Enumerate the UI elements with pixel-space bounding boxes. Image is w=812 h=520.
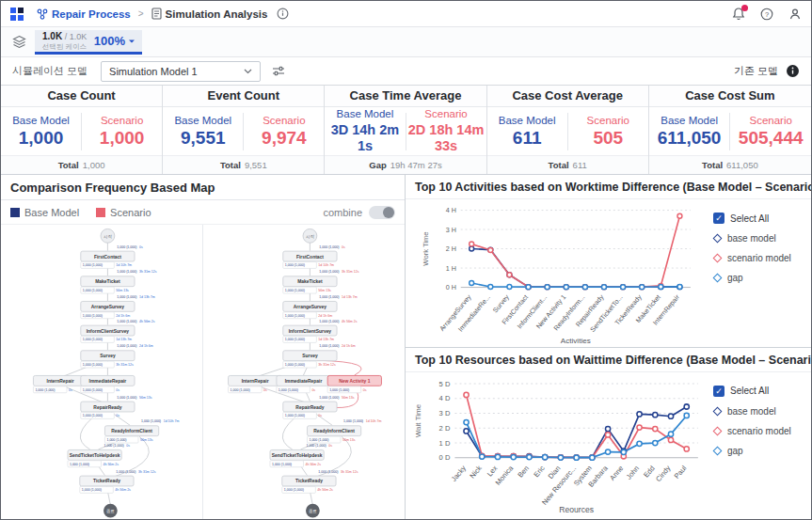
map-node-RepairReady[interactable]: RepairReady1,000 (1,000)0s	[283, 402, 337, 418]
legend-base-model[interactable]: base model	[713, 233, 809, 244]
map-node-MakeTicket[interactable]: MakeTicket1,000 (1,000)56m 13s	[283, 276, 337, 293]
map-node-ArrangeSurvey[interactable]: ArrangeSurvey1,000 (1,000)2d 1h 6m	[283, 301, 337, 318]
top-bar: Repair Process > Simulation Analysis ?	[1, 1, 811, 27]
breadcrumb-process[interactable]: Repair Process	[37, 8, 131, 20]
map-node-ImmediateRepair[interactable]: ImmediateRepair1,000 (1,000)0s	[277, 375, 330, 392]
data-point[interactable]	[668, 414, 673, 418]
profile-icon[interactable]	[788, 8, 802, 21]
data-point[interactable]	[653, 426, 658, 431]
map-node-ArrangeSurvey[interactable]: ArrangeSurvey1,000 (1,000)2d 1h 6m	[81, 301, 135, 318]
help-icon[interactable]: ?	[760, 8, 773, 21]
data-point[interactable]	[470, 242, 474, 246]
data-point[interactable]	[668, 432, 673, 436]
scenario-label: Scenario	[570, 115, 646, 126]
data-point[interactable]	[605, 449, 610, 453]
legend-select-all[interactable]: ✓Select All	[713, 213, 809, 224]
data-point[interactable]	[621, 449, 626, 454]
legend-gap[interactable]: gap	[713, 273, 809, 283]
map-node-Survey[interactable]: Survey1,000 (1,000)3h 31m 12s	[81, 351, 135, 368]
data-point[interactable]	[684, 446, 689, 450]
legend-scenario-model[interactable]: scenario model	[713, 426, 809, 436]
map-start-label: 시작	[103, 234, 112, 239]
base-model-process-map[interactable]: FirstContact1,000 (1,000)1d 10h 7mMakeTi…	[1, 225, 202, 519]
data-point[interactable]	[621, 285, 626, 290]
legend-select-all[interactable]: ✓Select All	[713, 386, 809, 397]
data-point[interactable]	[637, 441, 642, 446]
map-node-InternRepair[interactable]: InternRepair1,000 (1,000)0s	[229, 375, 282, 392]
data-point[interactable]	[470, 246, 474, 251]
legend-base-model[interactable]: base model	[713, 406, 809, 417]
map-node-MakeTicket[interactable]: MakeTicket1,000 (1,000)56m 13s	[81, 276, 135, 293]
map-node-ReadyInformClient[interactable]: ReadyInformClient1,000 (1,000)56m 13s	[104, 426, 158, 443]
map-node-RepairReady[interactable]: RepairReady1,000 (1,000)0s	[81, 402, 135, 418]
map-node-FirstContact[interactable]: FirstContact1,000 (1,000)1d 10h 7m	[283, 251, 337, 268]
data-point[interactable]	[488, 248, 493, 253]
worktime-chart-legend: ✓Select Allbase modelscenario modelgap	[713, 201, 809, 347]
data-point[interactable]	[558, 454, 563, 459]
data-point[interactable]	[605, 426, 610, 431]
model-settings-icon[interactable]	[272, 65, 285, 77]
data-point[interactable]	[601, 285, 606, 290]
data-point[interactable]	[495, 454, 500, 459]
app-grid-icon[interactable]	[10, 8, 24, 21]
map-node-Survey[interactable]: Survey1,000 (1,000)3h 31m 12s	[283, 351, 337, 368]
base-model-info-icon[interactable]	[786, 64, 800, 78]
data-point[interactable]	[470, 281, 474, 286]
scenario-process-map[interactable]: FirstContact1,000 (1,000)1d 10h 7mMakeTi…	[202, 225, 405, 519]
legend-gap[interactable]: gap	[713, 446, 809, 456]
data-point[interactable]	[526, 285, 531, 290]
data-point[interactable]	[653, 440, 658, 445]
layers-icon[interactable]	[12, 35, 26, 49]
data-point[interactable]	[677, 284, 682, 289]
combine-toggle[interactable]	[369, 206, 395, 219]
data-point[interactable]	[464, 392, 469, 397]
data-point[interactable]	[464, 419, 469, 424]
data-point[interactable]	[564, 285, 568, 290]
data-point[interactable]	[507, 273, 512, 277]
data-point[interactable]	[574, 455, 579, 460]
map-node-InformClientSurvey[interactable]: InformClientSurvey1,000 (1,000)1d 13h 7m	[81, 325, 135, 342]
waittime-line-chart[interactable]: 0 D1 D2 D3 D4 D5 DWait TimeJackyNickLexM…	[411, 374, 713, 520]
data-point[interactable]	[511, 454, 516, 459]
data-point[interactable]	[677, 213, 682, 218]
map-node-TicketReady[interactable]: TicketReady1,000 (1,000)4h 56m 2s	[80, 476, 134, 493]
simulation-model-select[interactable]: Simulation Model 1	[101, 61, 261, 82]
data-point[interactable]	[464, 428, 469, 433]
svg-text:RepairReady: RepairReady	[93, 405, 121, 410]
data-point[interactable]	[507, 284, 512, 289]
data-point[interactable]	[543, 454, 548, 459]
data-point[interactable]	[527, 454, 532, 459]
notifications-bell-icon[interactable]	[732, 7, 745, 21]
map-node-New-Activity-1[interactable]: New Activity 11,000 (1,000)0s	[327, 375, 381, 392]
data-point[interactable]	[480, 453, 485, 458]
data-point[interactable]	[637, 411, 642, 416]
map-node-SendTicketToHelpdesk[interactable]: SendTicketToHelpdesk1,000 (1,000)4h 56m …	[270, 449, 324, 466]
svg-text:1,000 (1,000): 1,000 (1,000)	[285, 414, 305, 418]
data-point[interactable]	[684, 403, 689, 408]
map-node-TicketReady[interactable]: TicketReady1,000 (1,000)4h 56m 2s	[282, 476, 336, 493]
svg-text:56m 13s: 56m 13s	[318, 289, 331, 292]
data-point[interactable]	[653, 412, 658, 417]
edge-duration-label: 0s	[139, 245, 143, 249]
data-point[interactable]	[605, 432, 610, 436]
data-point[interactable]	[488, 284, 493, 289]
map-node-ImmediateRepair[interactable]: ImmediateRepair1,000 (1,000)0s	[81, 375, 135, 392]
page-info-icon[interactable]	[277, 8, 289, 20]
legend-scenario-model[interactable]: scenario model	[713, 253, 809, 263]
data-point[interactable]	[659, 284, 663, 289]
data-point[interactable]	[590, 455, 595, 460]
data-point[interactable]	[637, 424, 642, 429]
map-node-FirstContact[interactable]: FirstContact1,000 (1,000)1d 10h 7m	[81, 251, 135, 268]
worktime-line-chart[interactable]: 0 H1 H2 H3 H4 HWork TimeArrangeSurveyImm…	[411, 201, 713, 347]
map-node-ReadyInformClient[interactable]: ReadyInformClient1,000 (1,000)56m 13s	[307, 426, 360, 443]
data-point[interactable]	[668, 437, 673, 442]
map-node-InternRepair[interactable]: InternRepair1,000 (1,000)0s	[33, 375, 87, 392]
data-point[interactable]	[640, 285, 645, 290]
selected-cases-box[interactable]: 1.0K / 1.0K 선택된 케이스 100%	[35, 30, 142, 55]
data-point[interactable]	[545, 285, 549, 290]
map-node-InformClientSurvey[interactable]: InformClientSurvey1,000 (1,000)1d 13h 7m	[283, 325, 337, 342]
svg-text:1,000 (1,000): 1,000 (1,000)	[279, 388, 298, 392]
data-point[interactable]	[684, 413, 689, 418]
map-node-SendTicketToHelpdesk[interactable]: SendTicketToHelpdesk1,000 (1,000)4h 56m …	[68, 449, 121, 466]
data-point[interactable]	[582, 285, 587, 290]
